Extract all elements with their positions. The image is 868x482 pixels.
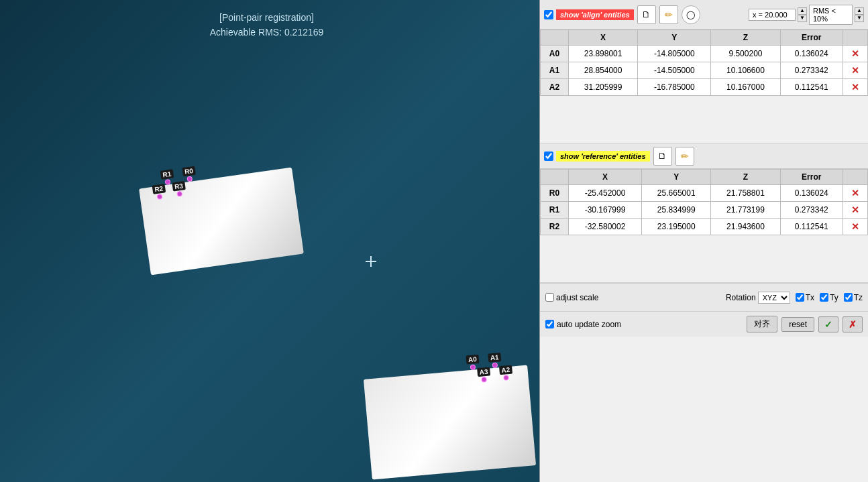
- row-id: A2: [541, 79, 569, 96]
- x-value-display: x = 20.000: [749, 9, 796, 21]
- rms-down-button[interactable]: ▼: [855, 15, 864, 22]
- edit-ref-button[interactable]: ✏: [675, 147, 694, 166]
- tx-checkbox-label[interactable]: Tx: [796, 293, 814, 302]
- align-button[interactable]: 对齐: [747, 316, 777, 333]
- ref-row-x: -32.580002: [568, 219, 641, 235]
- marker-R2: R2: [152, 184, 167, 200]
- ref-row-y: 25.834999: [642, 202, 711, 219]
- title-line2: Achievable RMS: 0.212169: [0, 25, 533, 40]
- align-table-row: A0 23.898001 -14.805000 9.500200 0.13602…: [541, 46, 868, 62]
- align-table: X Y Z Error A0 23.898001 -14.805000 9.50…: [540, 29, 868, 96]
- adjust-scale-checkbox[interactable]: [545, 293, 554, 302]
- row-y: -16.785000: [638, 79, 711, 96]
- rms-spinner[interactable]: ▲ ▼: [855, 7, 864, 22]
- ty-checkbox-label[interactable]: Ty: [820, 293, 838, 302]
- align-entities-label: show 'align' entities: [556, 9, 634, 20]
- row-id: A0: [541, 46, 569, 62]
- tz-checkbox-label[interactable]: Tz: [844, 293, 863, 302]
- ref-row-id: R2: [541, 219, 569, 235]
- action-row: auto update zoom 对齐 reset ✓ ✗: [540, 311, 868, 337]
- align-toolbar: show 'align' entities 🗋 ✏ ◯ x = 20.000 ▲…: [540, 0, 868, 29]
- ref-col-action: [843, 170, 867, 185]
- rotation-group: Rotation XYZ X Y Z: [726, 292, 790, 304]
- circle-button[interactable]: ◯: [682, 5, 700, 24]
- ref-row-z: 21.773199: [711, 202, 780, 219]
- ref-table-body: R0 -25.452000 25.665001 21.758801 0.1360…: [541, 185, 868, 235]
- align-table-header: X Y Z Error: [541, 30, 868, 46]
- delete-ref-row-button[interactable]: ✕: [851, 188, 859, 198]
- rotation-select[interactable]: XYZ X Y Z: [758, 292, 790, 304]
- tx-checkbox[interactable]: [796, 293, 804, 302]
- ref-row-id: R1: [541, 202, 569, 219]
- auto-zoom-label[interactable]: auto update zoom: [545, 320, 621, 329]
- row-error: 0.273342: [780, 62, 843, 79]
- row-error: 0.136024: [780, 46, 843, 62]
- rms-up-button[interactable]: ▲: [855, 7, 864, 15]
- x-up-button[interactable]: ▲: [798, 7, 807, 15]
- x-spinner[interactable]: ▲ ▼: [798, 7, 807, 22]
- cancel-button[interactable]: ✗: [843, 316, 863, 333]
- title-area: [Point-pair registration] Achievable RMS…: [0, 10, 533, 40]
- ref-row-error: 0.112541: [780, 219, 843, 235]
- point-cloud-bottom: A0 A1 A3 A2: [364, 365, 536, 480]
- circle-icon: ◯: [686, 10, 695, 19]
- delete-align-row-button[interactable]: ✕: [851, 82, 859, 93]
- delete-align-row-button[interactable]: ✕: [851, 48, 859, 59]
- delete-ref-row-button[interactable]: ✕: [851, 204, 859, 215]
- edit-align-button[interactable]: ✏: [659, 5, 678, 24]
- row-z: 10.167000: [711, 79, 780, 96]
- x-down-button[interactable]: ▼: [798, 15, 807, 22]
- ref-row-y: 23.195000: [642, 219, 711, 235]
- row-error: 0.112541: [780, 79, 843, 96]
- ref-table-header: X Y Z Error: [541, 170, 868, 185]
- tz-checkbox[interactable]: [844, 293, 853, 302]
- ref-table: X Y Z Error R0 -25.452000 25.665001 21.7…: [540, 169, 868, 235]
- align-table-row: A1 28.854000 -14.505000 10.106600 0.2733…: [541, 62, 868, 79]
- col-header-action: [843, 30, 867, 46]
- align-checkbox-label[interactable]: show 'align' entities: [544, 9, 634, 20]
- ref-row-y: 25.665001: [642, 185, 711, 202]
- marker-R0: R0: [182, 166, 197, 182]
- rms-threshold-display: RMS < 10%: [809, 5, 853, 25]
- ref-col-z: Z: [711, 170, 780, 185]
- row-z: 10.106600: [711, 62, 780, 79]
- ref-row-z: 21.943600: [711, 219, 780, 235]
- marker-A3: A3: [477, 367, 491, 383]
- align-table-row: A2 31.205999 -16.785000 10.167000 0.1125…: [541, 79, 868, 96]
- ref-col-error: Error: [780, 170, 843, 185]
- col-header-z: Z: [711, 30, 780, 46]
- row-y: -14.805000: [638, 46, 711, 62]
- ref-row-error: 0.136024: [780, 185, 843, 202]
- copy-align-button[interactable]: 🗋: [637, 5, 656, 24]
- delete-ref-row-button[interactable]: ✕: [851, 221, 859, 232]
- ref-row-z: 21.758801: [711, 185, 780, 202]
- copy-ref-button[interactable]: 🗋: [653, 147, 672, 166]
- ref-col-id: [541, 170, 569, 185]
- col-header-x: X: [568, 30, 637, 46]
- row-x: 23.898001: [568, 46, 637, 62]
- rotation-label: Rotation: [726, 293, 756, 302]
- ref-table-section: X Y Z Error R0 -25.452000 25.665001 21.7…: [540, 169, 868, 283]
- pencil-ref-icon: ✏: [681, 151, 689, 162]
- ref-table-row: R2 -32.580002 23.195000 21.943600 0.1125…: [541, 219, 868, 235]
- ref-checkbox[interactable]: [544, 152, 553, 161]
- adjust-scale-label[interactable]: adjust scale: [545, 293, 598, 302]
- copy-ref-icon: 🗋: [658, 151, 667, 161]
- row-y: -14.505000: [638, 62, 711, 79]
- ref-toolbar: show 'reference' entities 🗋 ✏: [540, 143, 868, 169]
- delete-align-row-button[interactable]: ✕: [851, 65, 859, 76]
- col-header-id: [541, 30, 569, 46]
- align-checkbox[interactable]: [544, 10, 553, 19]
- confirm-button[interactable]: ✓: [818, 316, 838, 333]
- reset-button[interactable]: reset: [781, 317, 814, 332]
- ty-checkbox[interactable]: [820, 293, 828, 302]
- auto-zoom-checkbox[interactable]: [545, 320, 554, 328]
- ref-col-x: X: [568, 170, 641, 185]
- align-table-section: X Y Z Error A0 23.898001 -14.805000 9.50…: [540, 29, 868, 143]
- ref-row-id: R0: [541, 185, 569, 202]
- ref-checkbox-label[interactable]: show 'reference' entities: [544, 151, 650, 162]
- col-header-y: Y: [638, 30, 711, 46]
- ref-row-x: -25.452000: [568, 185, 641, 202]
- title-line1: [Point-pair registration]: [0, 10, 533, 25]
- ref-table-row: R0 -25.452000 25.665001 21.758801 0.1360…: [541, 185, 868, 202]
